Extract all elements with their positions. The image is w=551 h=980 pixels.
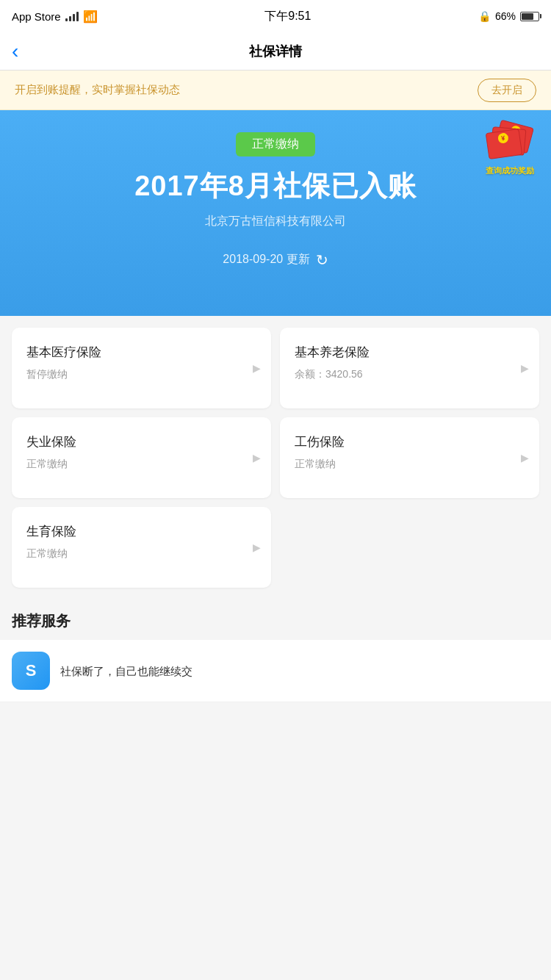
- card-maternity[interactable]: 生育保险 正常缴纳 ▶: [12, 507, 271, 588]
- chevron-right-icon: ▶: [521, 452, 529, 464]
- card-unemployment-status: 正常缴纳: [26, 458, 256, 471]
- hero-section: ¥ ¥ ¥ 查询成功奖励 正常缴纳 2017年8月社保已入账 北京万古恒信科技有…: [0, 110, 551, 316]
- card-medical-status: 暂停缴纳: [26, 368, 256, 381]
- chevron-right-icon: ▶: [253, 541, 261, 553]
- chevron-right-icon: ▶: [253, 452, 261, 464]
- card-maternity-status: 正常缴纳: [26, 547, 256, 561]
- recommended-section: 推荐服务: [0, 597, 551, 640]
- chevron-right-icon: ▶: [521, 362, 529, 374]
- cards-row-3: 生育保险 正常缴纳 ▶: [12, 507, 539, 588]
- card-maternity-title: 生育保险: [26, 523, 256, 540]
- cards-row-2: 失业保险 正常缴纳 ▶ 工伤保险 正常缴纳 ▶: [12, 417, 539, 498]
- page-title: 社保详情: [249, 43, 302, 60]
- payment-status-badge: 正常缴纳: [236, 132, 315, 156]
- card-injury-status: 正常缴纳: [295, 458, 525, 471]
- notification-banner: 开启到账提醒，实时掌握社保动态 去开启: [0, 71, 551, 110]
- card-injury[interactable]: 工伤保险 正常缴纳 ▶: [280, 417, 539, 498]
- status-time: 下午9:51: [264, 9, 311, 24]
- reward-badge[interactable]: ¥ ¥ ¥ 查询成功奖励: [480, 123, 539, 182]
- card-medical-title: 基本医疗保险: [26, 344, 256, 361]
- status-right: 🔒 66%: [478, 10, 539, 22]
- chevron-right-icon: ▶: [253, 362, 261, 374]
- banner-enable-button[interactable]: 去开启: [478, 79, 536, 102]
- card-medical[interactable]: 基本医疗保险 暂停缴纳 ▶: [12, 328, 271, 408]
- card-injury-title: 工伤保险: [295, 433, 525, 450]
- banner-text: 开启到账提醒，实时掌握社保动态: [15, 83, 180, 97]
- card-pension-status: 余额：3420.56: [295, 368, 525, 381]
- recommended-title: 推荐服务: [12, 611, 539, 631]
- insurance-cards-container: 基本医疗保险 暂停缴纳 ▶ 基本养老保险 余额：3420.56 ▶ 失业保险 正…: [0, 316, 551, 588]
- status-left: App Store 📶: [12, 10, 98, 24]
- hero-title: 2017年8月社保已入账: [15, 170, 536, 203]
- battery-icon: [520, 12, 539, 21]
- update-date: 2018-09-20 更新: [223, 252, 309, 267]
- wifi-icon: 📶: [83, 10, 98, 24]
- carrier-text: App Store: [12, 10, 61, 23]
- nav-bar: ‹ 社保详情: [0, 32, 551, 71]
- signal-icon: [65, 12, 79, 21]
- card-unemployment-title: 失业保险: [26, 433, 256, 450]
- card-pension-title: 基本养老保险: [295, 344, 525, 361]
- recommend-item-text: 社保断了，自己也能继续交: [60, 663, 192, 679]
- status-bar: App Store 📶 下午9:51 🔒 66%: [0, 0, 551, 32]
- refresh-icon[interactable]: ↻: [316, 251, 328, 269]
- back-button[interactable]: ‹: [12, 41, 18, 62]
- hero-company: 北京万古恒信科技有限公司: [15, 214, 536, 229]
- card-unemployment[interactable]: 失业保险 正常缴纳 ▶: [12, 417, 271, 498]
- card-pension[interactable]: 基本养老保险 余额：3420.56 ▶: [280, 328, 539, 408]
- cards-row-1: 基本医疗保险 暂停缴纳 ▶ 基本养老保险 余额：3420.56 ▶: [12, 328, 539, 408]
- lock-icon: 🔒: [478, 10, 491, 22]
- battery-percentage: 66%: [495, 10, 516, 22]
- reward-text: 查询成功奖励: [480, 165, 539, 176]
- hero-update: 2018-09-20 更新 ↻: [15, 251, 536, 269]
- recommend-item-1[interactable]: S 社保断了，自己也能继续交: [0, 640, 551, 702]
- recommend-item-icon: S: [12, 652, 50, 690]
